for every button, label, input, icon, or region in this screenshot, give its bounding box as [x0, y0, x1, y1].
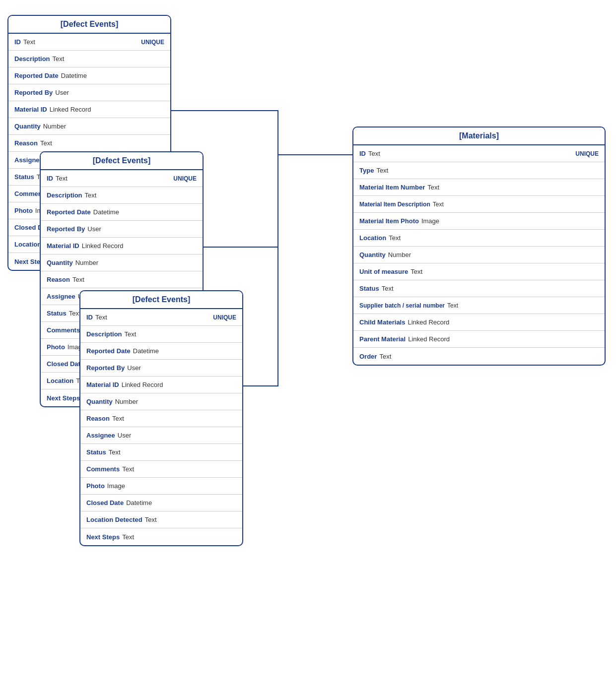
table-row: StatusText — [353, 280, 605, 297]
defect-events-table-3: [Defect Events] IDText UNIQUE Descriptio… — [79, 290, 243, 546]
table-row: Reported ByUser — [8, 84, 170, 101]
table-row: IDText UNIQUE — [80, 309, 242, 326]
table-row: CommentsText — [80, 461, 242, 478]
table-row: Material IDLinked Record — [80, 377, 242, 393]
table-row: Parent MaterialLinked Record — [353, 331, 605, 348]
table-1-title: [Defect Events] — [61, 20, 118, 28]
connector-1 — [171, 111, 352, 155]
table-row: Material IDLinked Record — [8, 101, 170, 118]
table-row: TypeText — [353, 162, 605, 179]
table-row: Supplier batch / serial numberText — [353, 297, 605, 314]
table-row: Closed DateDatetime — [80, 495, 242, 511]
table-row: IDText UNIQUE — [8, 34, 170, 51]
table-2-header: [Defect Events] — [41, 152, 203, 170]
table-2-title: [Defect Events] — [93, 156, 150, 165]
diagram-container: [Defect Events] IDText UNIQUE Descriptio… — [0, 0, 616, 698]
table-row: QuantityNumber — [41, 254, 203, 271]
table-row: QuantityNumber — [80, 393, 242, 410]
materials-table-header: [Materials] — [353, 127, 605, 145]
table-row: ReasonText — [41, 271, 203, 288]
table-row: Material Item PhotoImage — [353, 213, 605, 230]
table-row: QuantityNumber — [353, 247, 605, 263]
table-row: Reported ByUser — [41, 221, 203, 238]
table-row: Child MaterialsLinked Record — [353, 314, 605, 331]
table-row: Next StepsText — [80, 528, 242, 545]
table-row: QuantityNumber — [8, 118, 170, 135]
materials-table: [Materials] IDText UNIQUE TypeText Mater… — [352, 127, 606, 366]
table-row: ReasonText — [8, 135, 170, 152]
table-1-header: [Defect Events] — [8, 16, 170, 34]
connector-3 — [243, 155, 352, 386]
table-row: Unit of measureText — [353, 263, 605, 280]
table-row: Reported ByUser — [80, 360, 242, 377]
table-row: IDText UNIQUE — [353, 145, 605, 162]
table-3-title: [Defect Events] — [133, 295, 190, 304]
table-3-header: [Defect Events] — [80, 291, 242, 309]
table-row: OrderText — [353, 348, 605, 365]
table-row: DescriptionText — [80, 326, 242, 343]
table-row: StatusText — [80, 444, 242, 461]
table-row: Material Item NumberText — [353, 179, 605, 196]
table-row: Material IDLinked Record — [41, 238, 203, 254]
table-row: Material Item DescriptionText — [353, 196, 605, 213]
table-row: IDText UNIQUE — [41, 170, 203, 187]
materials-table-title: [Materials] — [459, 131, 499, 140]
table-row: PhotoImage — [80, 478, 242, 495]
table-row: DescriptionText — [8, 51, 170, 67]
table-row: Reported DateDatetime — [41, 204, 203, 221]
table-row: Location DetectedText — [80, 511, 242, 528]
connector-2 — [204, 155, 352, 247]
table-row: LocationText — [353, 230, 605, 247]
table-row: DescriptionText — [41, 187, 203, 204]
table-row: Reported DateDatetime — [80, 343, 242, 360]
table-row: Reported DateDatetime — [8, 67, 170, 84]
table-row: ReasonText — [80, 410, 242, 427]
table-row: AssigneeUser — [80, 427, 242, 444]
